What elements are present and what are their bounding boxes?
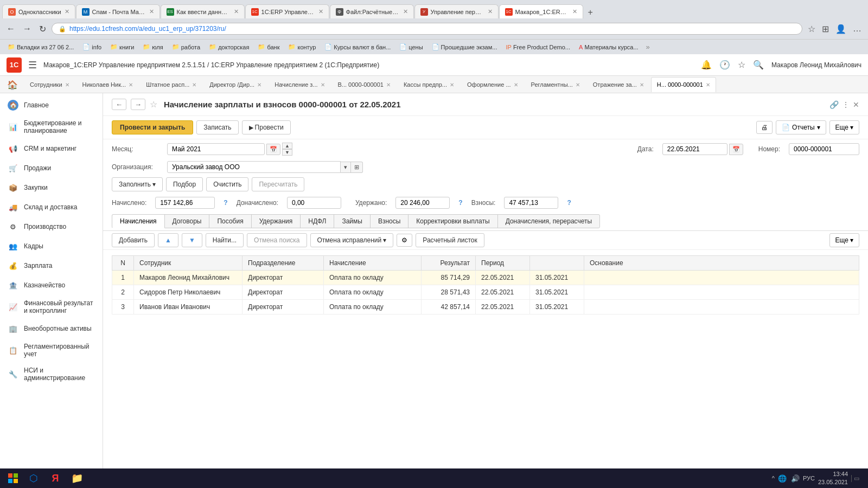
sidebar-item-main[interactable]: 🏠 Главное (0, 95, 103, 115)
app-tab-close-5[interactable]: ✕ (386, 82, 391, 88)
taskbar-edge[interactable]: ⬡ (24, 470, 43, 487)
history-icon[interactable]: 🕐 (719, 60, 730, 70)
taskbar-yandex[interactable]: Я (46, 470, 65, 487)
bookmark-work[interactable]: 📁 работа (169, 42, 203, 52)
date-input[interactable] (662, 143, 727, 155)
app-tab-close-0[interactable]: ✕ (65, 82, 69, 88)
sidebar-item-nsi[interactable]: 🔧 НСИ и администрирование (0, 362, 103, 386)
network-icon[interactable]: 🌐 (778, 474, 787, 483)
tab-close-5[interactable]: ✕ (403, 8, 408, 15)
section-tab-recalc[interactable]: Доначисления, перерасчеты (497, 214, 600, 228)
favorites-app-icon[interactable]: ☆ (738, 60, 745, 70)
sidebar-item-crm[interactable]: 📢 CRM и маркетинг (0, 139, 103, 158)
doc-more-icon[interactable]: ⋮ (842, 100, 850, 109)
app-tab-close-1[interactable]: ✕ (129, 82, 133, 88)
sidebar-item-sales[interactable]: 🛒 Продажи (0, 158, 103, 178)
tab-close-1[interactable]: ✕ (65, 8, 69, 15)
number-input[interactable] (789, 143, 859, 155)
month-input[interactable] (167, 143, 265, 155)
sidebar-item-production[interactable]: ⚙ Производство (0, 217, 103, 236)
sidebar-item-budget[interactable]: 📊 Бюджетирование и планирование (0, 115, 103, 139)
favorites-icon[interactable]: ☆ (806, 23, 818, 35)
app-tab-5[interactable]: В... 0000-000001 ✕ (332, 77, 397, 92)
sidebar-item-treasury[interactable]: 🏦 Казначейство (0, 275, 103, 295)
browser-tab-2[interactable]: М Спам - Почта Mail.ru ✕ (76, 4, 160, 18)
start-button[interactable] (4, 471, 22, 486)
bookmark-phd[interactable]: 📁 докторская (206, 42, 252, 52)
back-button[interactable]: ← (4, 23, 17, 35)
app-tab-close-3[interactable]: ✕ (257, 82, 261, 88)
tab-close-2[interactable]: ✕ (149, 8, 154, 15)
org-dropdown-button[interactable]: ▾ (341, 162, 351, 173)
bookmark-knigi[interactable]: 📁 книги (107, 42, 137, 52)
bookmark-exams[interactable]: 📄 Прошедшие экзам... (429, 42, 501, 52)
fill-button[interactable]: Заполнить ▾ (112, 177, 163, 191)
sidebar-item-payroll[interactable]: 💰 Зарплата (0, 256, 103, 275)
post-close-button[interactable]: Провести и закрыть (112, 120, 193, 134)
month-spin-up[interactable]: ▲ (282, 143, 292, 149)
move-down-button[interactable]: ▼ (182, 233, 202, 247)
bookmark-demo[interactable]: IP Free Product Demo... (502, 43, 573, 52)
sidebar-item-warehouse[interactable]: 🚚 Склад и доставка (0, 197, 103, 217)
clear-button[interactable]: Очистить (206, 177, 248, 191)
month-spin-down[interactable]: ▼ (282, 149, 292, 156)
save-button[interactable]: Записать (196, 120, 238, 134)
reports-button[interactable]: 📄 Отчеты ▾ (776, 120, 826, 134)
doc-link-icon[interactable]: 🔗 (829, 100, 839, 109)
app-tab-3[interactable]: Директор /Дир... ✕ (203, 77, 267, 92)
print-button[interactable]: 🖨 (756, 121, 773, 134)
bookmark-bank[interactable]: 📁 банк (254, 42, 283, 52)
app-tab-close-9[interactable]: ✕ (640, 82, 644, 88)
table-settings-button[interactable]: ⚙ (397, 234, 412, 247)
add-row-button[interactable]: Добавить (112, 233, 155, 247)
move-up-button[interactable]: ▲ (158, 233, 178, 247)
app-username[interactable]: Макаров Леонид Михайлович (771, 61, 861, 69)
app-tab-close-4[interactable]: ✕ (321, 82, 325, 88)
forward-button[interactable]: → (21, 23, 34, 35)
doc-forward-button[interactable]: → (131, 99, 145, 110)
section-tab-deductions[interactable]: Удержания (251, 214, 301, 228)
table-row[interactable]: 1 Макаров Леонид Михайлович Директорат О… (112, 271, 859, 285)
bookmark-yulia[interactable]: 📁 юля (139, 42, 166, 52)
volume-icon[interactable]: 🔊 (791, 474, 800, 483)
find-button[interactable]: Найти... (206, 233, 244, 247)
app-tab-10[interactable]: Н... 0000-000001 ✕ (651, 77, 716, 92)
tab-close-4[interactable]: ✕ (318, 8, 323, 15)
month-calendar-button[interactable]: 📅 (266, 144, 280, 155)
address-url[interactable]: https://edu.1cfresh.com/a/edu_uc1_erp_up… (69, 25, 226, 33)
taskbar-clock[interactable]: 13:44 23.05.2021 (818, 470, 848, 487)
refresh-button[interactable]: ↻ (37, 23, 48, 35)
browser-tab-5[interactable]: Ф Файл:Расчётные лис... ✕ (330, 4, 414, 18)
app-tab-8[interactable]: Регламентны... ✕ (525, 77, 586, 92)
app-tab-home[interactable]: 🏠 (2, 77, 23, 92)
notifications-icon[interactable]: 🔔 (701, 60, 712, 70)
bookmark-kontur[interactable]: 📁 контур (285, 42, 319, 52)
address-box[interactable]: 🔒 https://edu.1cfresh.com/a/edu_uc1_erp_… (52, 23, 802, 35)
app-tab-1[interactable]: Николаев Ник... ✕ (76, 77, 139, 92)
bookmarks-more[interactable]: » (646, 43, 650, 51)
browser-tab-1[interactable]: О Одноклассники ✕ (2, 4, 75, 18)
recalc-button[interactable]: Пересчитать (252, 177, 304, 191)
more-button[interactable]: Еще ▾ (829, 120, 859, 134)
table-row[interactable]: 2 Сидоров Петр Николаевич Директорат Опл… (112, 285, 859, 300)
section-tab-accruals[interactable]: Начисления (112, 214, 165, 228)
app-tab-close-2[interactable]: ✕ (192, 82, 196, 88)
profile-icon[interactable]: 👤 (833, 23, 848, 35)
lang-indicator[interactable]: РУС (803, 475, 815, 481)
app-tab-4[interactable]: Начисление з... ✕ (269, 77, 330, 92)
bookmark-rates[interactable]: 📄 Курсы валют в бан... (321, 42, 394, 52)
doc-back-button[interactable]: ← (112, 99, 126, 110)
section-tab-contributions[interactable]: Взносы (370, 214, 409, 228)
sidebar-item-hr[interactable]: 👥 Кадры (0, 236, 103, 256)
section-tab-corrections[interactable]: Корректировки выплаты (408, 214, 497, 228)
sidebar-item-regulated[interactable]: 📋 Регламентированный учет (0, 338, 103, 362)
app-tab-close-8[interactable]: ✕ (576, 82, 580, 88)
tab-close-7[interactable]: ✕ (572, 8, 577, 15)
section-tab-ndfl[interactable]: НДФЛ (300, 214, 334, 228)
app-tab-0[interactable]: Сотрудники ✕ (24, 77, 75, 92)
withheld-help[interactable]: ? (458, 199, 462, 207)
section-tab-benefits[interactable]: Пособия (209, 214, 251, 228)
doc-close-icon[interactable]: ✕ (853, 100, 859, 109)
calc-sheet-button[interactable]: Расчетный листок (416, 233, 484, 247)
cancel-find-button[interactable]: Отмена поиска (247, 233, 307, 247)
